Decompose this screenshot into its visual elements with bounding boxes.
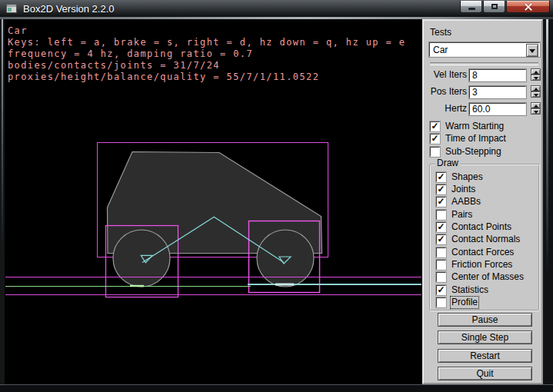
single-step-button[interactable]: Single Step	[438, 331, 532, 344]
tests-label: Tests	[430, 28, 451, 38]
window-title: Box2D Version 2.2.0	[23, 2, 115, 15]
proxies-stats: proxies/height/balance/quality = 55/7/1/…	[8, 71, 319, 82]
spin-down-icon[interactable]	[531, 108, 541, 115]
profile-checkbox[interactable]	[436, 297, 446, 307]
left-wheel	[113, 230, 170, 287]
warm-starting-label: Warm Starting	[445, 121, 504, 131]
window-border-bottom	[0, 384, 553, 392]
spin-up-icon[interactable]	[531, 85, 541, 91]
close-icon	[525, 3, 532, 11]
spin-down-icon[interactable]	[531, 75, 541, 81]
caption-buttons	[459, 1, 550, 13]
maximize-icon	[491, 4, 498, 9]
app-icon	[6, 4, 17, 13]
center-of-masses-label: Center of Masses	[451, 272, 524, 282]
restart-button[interactable]: Restart	[438, 349, 532, 363]
test-title: Car	[8, 25, 28, 36]
contact-forces-checkbox[interactable]	[436, 247, 446, 257]
profile-label: Profile	[451, 297, 478, 307]
close-button[interactable]	[506, 1, 550, 13]
hertz-label: Hertz	[427, 102, 467, 115]
pos-iters-spinner[interactable]	[531, 85, 541, 98]
friction-forces-label: Friction Forces	[451, 260, 512, 270]
tests-dropdown-button[interactable]	[526, 44, 538, 57]
spin-down-icon[interactable]	[531, 91, 541, 98]
shapes-label: Shapes	[451, 172, 483, 182]
hertz-spinner[interactable]	[531, 102, 541, 115]
vel-iters-spinner[interactable]	[531, 68, 541, 81]
time-of-impact-label: Time of Impact	[445, 134, 506, 144]
chevron-down-icon	[529, 49, 535, 53]
minimize-icon	[468, 8, 475, 10]
tests-dropdown[interactable]: Car	[429, 42, 540, 57]
pause-button[interactable]: Pause	[438, 313, 532, 327]
contact-points-label: Contact Points	[451, 222, 511, 232]
separator	[430, 62, 538, 65]
warm-starting-checkbox[interactable]: ✓	[430, 121, 440, 131]
center-of-masses-checkbox[interactable]	[436, 272, 446, 282]
joints-label: Joints	[451, 184, 475, 194]
pairs-checkbox[interactable]	[436, 210, 446, 220]
frequency-line: frequency = 4 hz, damping ratio = 0.7	[8, 48, 253, 59]
hertz-field[interactable]: 60.0	[469, 103, 526, 115]
spin-up-icon[interactable]	[531, 102, 541, 108]
tests-dropdown-value: Car	[433, 45, 448, 55]
contact-points-checkbox[interactable]: ✓	[436, 222, 446, 232]
joints-checkbox[interactable]: ✓	[436, 184, 446, 194]
control-panel: Tests Car Vel Iters 8 Pos Iters 3 Hertz …	[422, 19, 543, 384]
statistics-label: Statistics	[451, 285, 488, 295]
friction-forces-checkbox[interactable]	[436, 260, 446, 270]
app-window: Box2D Version 2.2.0	[0, 0, 553, 392]
quit-button[interactable]: Quit	[438, 367, 532, 380]
maximize-button[interactable]	[483, 1, 505, 13]
pos-iters-label: Pos Iters	[427, 85, 467, 98]
minimize-button[interactable]	[460, 1, 482, 13]
shapes-checkbox[interactable]: ✓	[436, 172, 446, 182]
sub-stepping-label: Sub-Stepping	[445, 147, 501, 157]
statistics-checkbox[interactable]: ✓	[436, 285, 446, 295]
bodies-stats: bodies/contacts/joints = 31/7/24	[8, 60, 220, 71]
vel-iters-label: Vel Iters	[427, 68, 467, 81]
sub-stepping-checkbox[interactable]	[430, 147, 440, 157]
title-bar[interactable]: Box2D Version 2.2.0	[0, 0, 553, 18]
pairs-label: Pairs	[451, 210, 472, 220]
contact-forces-label: Contact Forces	[451, 247, 514, 257]
vel-iters-field[interactable]: 8	[469, 69, 526, 81]
keys-help: Keys: left = a, brake = s, right = d, hz…	[8, 37, 405, 48]
draw-group-label: Draw	[435, 158, 461, 168]
pos-iters-field[interactable]: 3	[469, 86, 526, 98]
window-border-right	[543, 19, 553, 384]
time-of-impact-checkbox[interactable]: ✓	[430, 134, 440, 144]
debug-text: Car Keys: left = a, brake = s, right = d…	[8, 25, 405, 83]
window-border-left	[0, 19, 5, 384]
aabbs-checkbox[interactable]: ✓	[436, 197, 446, 207]
spin-up-icon[interactable]	[531, 68, 541, 75]
contact-normals-checkbox[interactable]: ✓	[436, 234, 446, 244]
aabbs-label: AABBs	[451, 197, 481, 207]
contact-normals-label: Contact Normals	[451, 234, 520, 244]
right-wheel	[257, 230, 314, 287]
